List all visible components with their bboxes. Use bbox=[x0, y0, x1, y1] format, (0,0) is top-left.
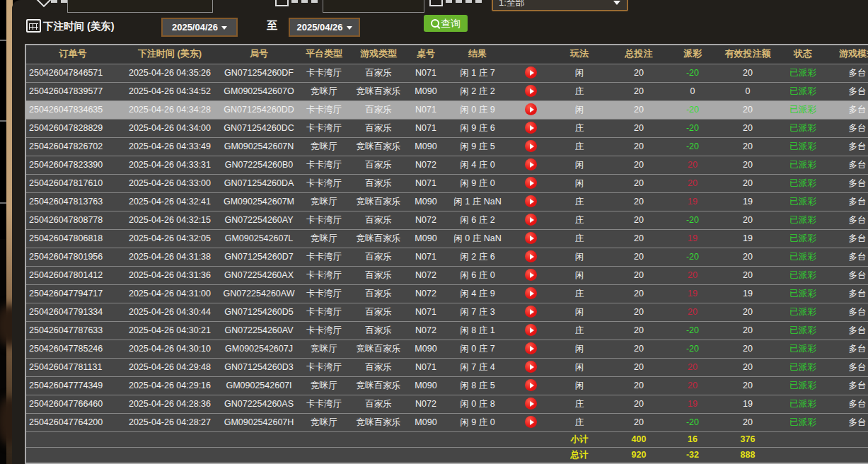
platform-cell: 卡卡湾厅 bbox=[298, 359, 350, 376]
date-from-value: 2025/04/26 bbox=[172, 22, 218, 33]
date-from-select[interactable]: 2025/04/26 bbox=[161, 18, 238, 37]
search-icon bbox=[431, 19, 439, 28]
payout-cell: 19 bbox=[670, 230, 715, 248]
table-row[interactable]: 250426047764200 2025-04-26 04:28:27 GM09… bbox=[26, 413, 868, 431]
game-mode-cell: 多台 bbox=[826, 340, 868, 358]
game-type-cell: 竞咪百家乐 bbox=[350, 340, 407, 358]
date-to-select[interactable]: 2025/04/26 bbox=[289, 18, 360, 37]
play-icon[interactable] bbox=[525, 287, 537, 299]
valid-bet-cell: 0 bbox=[715, 83, 780, 100]
play-icon[interactable] bbox=[525, 85, 537, 97]
clipped-icon bbox=[275, 0, 289, 6]
table-row[interactable]: 250426047785246 2025-04-26 04:30:10 GM09… bbox=[26, 340, 868, 358]
play-icon[interactable] bbox=[525, 250, 537, 262]
bet-time-cell: 2025-04-26 04:32:41 bbox=[120, 193, 220, 211]
valid-bet-cell: 20 bbox=[715, 175, 780, 192]
game-type-cell: 百家乐 bbox=[350, 285, 407, 303]
play-icon[interactable] bbox=[525, 66, 537, 79]
column-header: 玩法 bbox=[551, 45, 608, 64]
play-icon[interactable] bbox=[525, 342, 537, 354]
order-no-cell: 250426047801956 bbox=[26, 248, 120, 266]
play-icon[interactable] bbox=[525, 398, 537, 410]
column-header: 下注时间 (美东) bbox=[120, 45, 220, 64]
play-icon[interactable] bbox=[525, 177, 537, 189]
table-row[interactable]: 250426047808778 2025-04-26 04:32:15 GN07… bbox=[26, 211, 868, 229]
table-row[interactable]: 250426047781131 2025-04-26 04:29:48 GN07… bbox=[26, 358, 868, 376]
replay-cell bbox=[510, 414, 551, 431]
round-no-input[interactable] bbox=[323, 0, 424, 13]
table-row[interactable]: 250426047774349 2025-04-26 04:29:16 GM09… bbox=[26, 376, 868, 395]
play-type-cell: 闲 bbox=[551, 156, 608, 174]
play-type-cell: 闲 bbox=[551, 101, 608, 119]
status-cell: 已派彩 bbox=[780, 340, 826, 358]
platform-cell: 竞咪厅 bbox=[298, 414, 350, 431]
clipped-icon bbox=[429, 0, 443, 6]
game-mode-cell: 多台 bbox=[826, 175, 868, 192]
table-row[interactable]: 250426047817610 2025-04-26 04:33:00 GN07… bbox=[26, 174, 868, 192]
play-icon[interactable] bbox=[525, 232, 537, 244]
total-bet-cell: 20 bbox=[608, 83, 670, 100]
table-row[interactable]: 250426047823390 2025-04-26 04:33:31 GN07… bbox=[26, 156, 868, 174]
total-bet-cell: 20 bbox=[608, 267, 670, 284]
game-mode-cell: 多台 bbox=[826, 395, 868, 413]
table-row[interactable]: 250426047791334 2025-04-26 04:30:44 GN07… bbox=[26, 303, 868, 321]
order-no-input[interactable] bbox=[67, 0, 213, 13]
replay-cell bbox=[510, 303, 551, 321]
bet-time-cell: 2025-04-26 04:29:16 bbox=[120, 377, 220, 395]
play-icon[interactable] bbox=[525, 195, 537, 207]
replay-cell bbox=[510, 395, 551, 413]
table-row[interactable]: 250426047787633 2025-04-26 04:30:21 GN07… bbox=[26, 321, 868, 340]
status-cell: 已派彩 bbox=[780, 230, 826, 248]
table-row[interactable]: 250426047834635 2025-04-26 04:34:28 GN07… bbox=[26, 100, 868, 119]
game-mode-cell: 多台 bbox=[826, 64, 868, 82]
play-icon[interactable] bbox=[525, 379, 537, 391]
table-row[interactable]: 250426047766460 2025-04-26 04:28:36 GN07… bbox=[26, 395, 868, 413]
play-icon[interactable] bbox=[525, 361, 537, 373]
play-icon[interactable] bbox=[525, 122, 537, 134]
platform-cell: 卡卡湾厅 bbox=[298, 248, 350, 266]
table-row[interactable]: 250426047794717 2025-04-26 04:31:00 GN07… bbox=[26, 284, 868, 303]
valid-bet-cell: 20 bbox=[715, 211, 780, 229]
table-row[interactable]: 250426047839577 2025-04-26 04:34:52 GM09… bbox=[26, 82, 868, 100]
column-header: 订单号 bbox=[26, 45, 120, 64]
play-icon[interactable] bbox=[525, 140, 537, 152]
play-icon[interactable] bbox=[525, 324, 537, 336]
valid-bet-cell: 20 bbox=[715, 120, 780, 137]
payout-cell: 20 bbox=[670, 359, 715, 376]
replay-cell bbox=[510, 175, 551, 192]
play-icon[interactable] bbox=[525, 416, 537, 428]
play-icon[interactable] bbox=[525, 103, 537, 115]
table-row[interactable]: 250426047801956 2025-04-26 04:31:38 GN07… bbox=[26, 248, 868, 266]
column-header: 游戏模式 bbox=[826, 45, 868, 64]
table-header-row: 订单号下注时间 (美东)局号平台类型游戏类型桌号结果玩法总投注派彩有效投注额状态… bbox=[26, 45, 868, 64]
result-cell: 闲 9 庄 0 bbox=[445, 414, 510, 431]
order-no-cell: 250426047826702 bbox=[26, 138, 120, 156]
play-icon[interactable] bbox=[525, 214, 537, 226]
table-row[interactable]: 250426047846571 2025-04-26 04:35:26 GN07… bbox=[26, 64, 868, 82]
table-row[interactable]: 250426047806818 2025-04-26 04:32:05 GM09… bbox=[26, 229, 868, 248]
play-icon[interactable] bbox=[525, 306, 537, 318]
result-cell: 闲 6 庄 2 bbox=[445, 211, 510, 229]
table-row[interactable]: 250426047801412 2025-04-26 04:31:36 GN07… bbox=[26, 266, 868, 284]
order-no-cell: 250426047787633 bbox=[26, 322, 120, 340]
round-no-cell: GN071254260DD bbox=[220, 101, 298, 119]
total-bet-cell: 20 bbox=[608, 175, 670, 192]
column-header: 状态 bbox=[780, 45, 826, 64]
play-icon[interactable] bbox=[525, 269, 537, 281]
play-icon[interactable] bbox=[525, 158, 537, 170]
totals-total-bet: 920 bbox=[608, 448, 670, 463]
query-button-label: 查询 bbox=[441, 18, 461, 29]
table-row[interactable]: 250426047826702 2025-04-26 04:33:49 GM09… bbox=[26, 137, 868, 156]
table-row[interactable]: 250426047828829 2025-04-26 04:34:00 GN07… bbox=[26, 119, 868, 137]
platform-cell: 卡卡湾厅 bbox=[298, 120, 350, 137]
platform-select[interactable]: 1:全部 bbox=[492, 0, 628, 11]
result-cell: 闲 8 庄 5 bbox=[445, 377, 510, 395]
query-button[interactable]: 查询 bbox=[424, 15, 468, 32]
table-row[interactable]: 250426047813763 2025-04-26 04:32:41 GM09… bbox=[26, 192, 868, 211]
game-mode-cell: 多台 bbox=[826, 267, 868, 284]
column-header bbox=[510, 45, 551, 64]
payout-cell: -20 bbox=[670, 414, 715, 431]
platform-cell: 竞咪厅 bbox=[298, 230, 350, 248]
total-bet-cell: 20 bbox=[608, 211, 670, 229]
replay-cell bbox=[510, 138, 551, 156]
